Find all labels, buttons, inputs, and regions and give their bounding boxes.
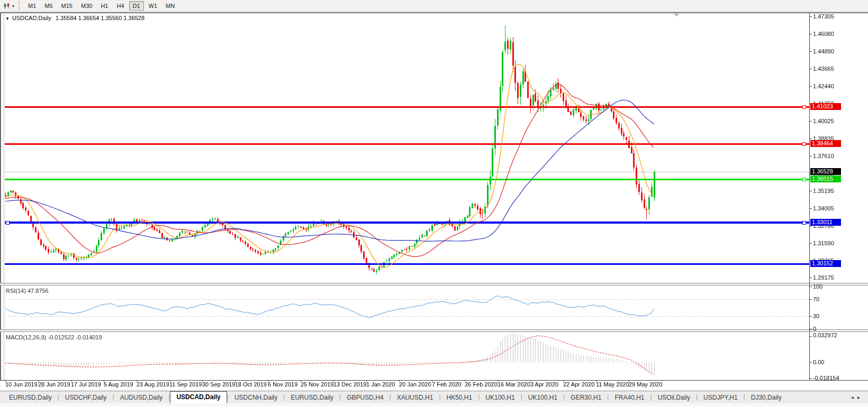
date-tick-label: 10 Jun 2019 [5, 381, 38, 387]
macd-values: -0.012522 -0.014019 [48, 334, 102, 340]
tab-scroll-left-icon[interactable]: ◂ [851, 394, 857, 400]
level-price-flag[interactable]: 1.41023 [810, 103, 841, 110]
price-tick-label: 1.44890 [813, 48, 834, 54]
price-tick-label: 1.42440 [813, 83, 834, 89]
date-tick-label: 13 Dec 2019 [333, 381, 366, 387]
date-tick-label: 5 Aug 2019 [104, 381, 133, 387]
price-tick-label: 1.47305 [813, 13, 834, 20]
tab-scroll-right-icon[interactable]: ▸ [857, 394, 864, 400]
trading-terminal: ▾ M1M5M15M30H1H4D1W1MN ▼USDCAD,Daily1.35… [0, 0, 868, 406]
price-tick-label: 1.35195 [813, 188, 834, 194]
date-tick-label: 7 Feb 2020 [432, 381, 462, 387]
rsi-tick-label: 100 [813, 283, 822, 290]
macd-name: MACD(12,26,9) [6, 334, 46, 340]
macd-tick-label: 0.00 [813, 359, 824, 365]
date-tick-label: 29 May 2020 [629, 381, 663, 387]
price-chart-canvas[interactable] [0, 0, 868, 406]
date-tick-label: 28 Jun 2019 [38, 381, 70, 387]
date-tick-label: 25 Nov 2019 [301, 381, 333, 387]
rsi-label: RSI(14) 47.8756 [6, 288, 49, 294]
rsi-tick-label: 0 [813, 326, 816, 332]
macd-tick-label: 0.032972 [813, 332, 837, 338]
rsi-tick-label: 70 [813, 296, 819, 302]
chart-title: ▼USDCAD,Daily1.35584 1.36654 1.35560 1.3… [5, 15, 144, 21]
current-price-flag: 1.36528 [810, 168, 841, 175]
price-tick-label: 1.31590 [813, 240, 834, 246]
ohlc-values: 1.35584 1.36654 1.35560 1.36528 [56, 15, 144, 21]
rsi-name: RSI(14) [6, 288, 26, 294]
level-price-flag[interactable]: 1.30152 [810, 260, 841, 267]
date-tick-label: 17 Jul 2019 [71, 381, 101, 387]
date-tick-label: 22 Apr 2020 [563, 381, 594, 387]
level-price-flag[interactable]: 1.36015 [810, 176, 841, 182]
collapse-icon[interactable]: ▼ [5, 16, 10, 21]
symbol-label: USDCAD,Daily [12, 15, 51, 21]
price-tick-label: 1.34005 [813, 205, 834, 211]
date-tick-label: 1 Jan 2020 [366, 381, 395, 387]
price-tick-label: 1.46080 [813, 31, 834, 37]
tab-scroll-arrows: ◂▸ [851, 394, 864, 400]
rsi-tick-label: 30 [813, 313, 819, 319]
date-tick-label: 3 Apr 2020 [530, 381, 558, 387]
date-tick-label: 30 Sep 2019 [202, 381, 235, 387]
rsi-value: 47.8756 [28, 288, 49, 294]
price-tick-label: 1.29175 [813, 274, 834, 281]
macd-label: MACD(12,26,9) -0.012522 -0.014019 [6, 334, 102, 340]
level-price-flag[interactable]: 1.33011 [810, 219, 841, 226]
level-price-flag[interactable]: 1.38464 [810, 140, 841, 147]
date-tick-label: 11 Sep 2019 [169, 381, 202, 387]
date-tick-label: 26 Feb 2020 [465, 381, 498, 387]
date-tick-label: 18 Oct 2019 [235, 381, 267, 387]
macd-tick-label: -0.018154 [813, 375, 839, 381]
date-tick-label: 16 Mar 2020 [498, 381, 530, 387]
date-tick-label: 11 May 2020 [596, 381, 629, 387]
date-tick-label: 23 Aug 2019 [137, 381, 169, 387]
price-tick-label: 1.40025 [813, 118, 834, 124]
price-tick-label: 1.37610 [813, 153, 834, 159]
date-tick-label: 20 Jan 2020 [399, 381, 431, 387]
price-tick-label: 1.43665 [813, 66, 834, 72]
date-tick-label: 6 Nov 2019 [268, 381, 297, 387]
